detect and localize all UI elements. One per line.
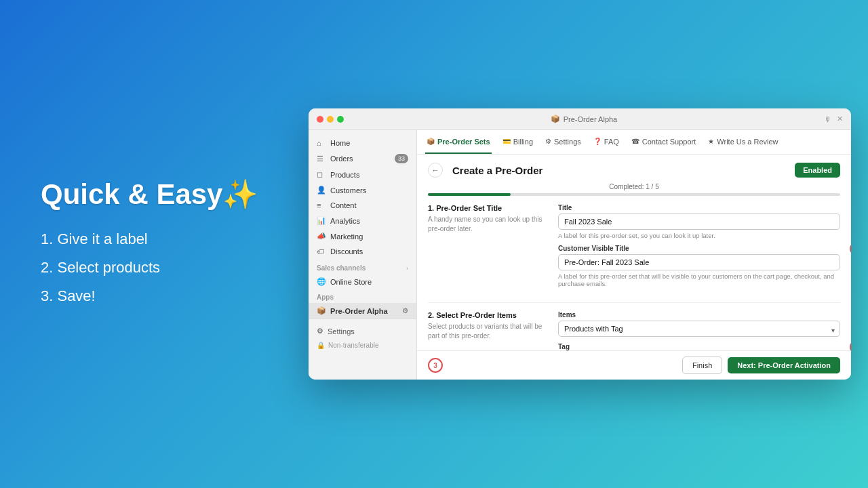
step-2-circle: 2 <box>850 340 851 350</box>
back-button[interactable]: ← <box>428 163 443 178</box>
nav-settings[interactable]: ⚙ Settings <box>544 130 583 154</box>
section-1-desc: A handy name so you can look up this pre… <box>428 215 550 234</box>
customer-title-field-hint: A label for this pre-order set that will… <box>558 272 840 287</box>
customers-icon: 👤 <box>317 186 326 195</box>
nav-write-review[interactable]: ★ Write Us a Review <box>707 130 779 154</box>
items-select[interactable]: Products with Tag <box>558 321 840 337</box>
settings-item[interactable]: ⚙ Settings <box>309 323 416 339</box>
left-panel: Quick & Easy✨ 1. Give it a label 2. Sele… <box>41 178 258 310</box>
sidebar-item-preorder-alpha[interactable]: 📦 Pre-Order Alpha ⚙ <box>309 303 416 319</box>
sidebar-item-marketing[interactable]: 📣 Marketing <box>309 228 416 244</box>
items-select-wrap: Products with Tag <box>558 321 840 339</box>
step-3: 3. Save! <box>41 282 258 310</box>
billing-nav-icon: 💳 <box>502 138 511 145</box>
sales-channels-header: Sales channels › <box>309 259 416 274</box>
sidebar-bottom: ⚙ Settings 🔒 Non-transferable <box>309 319 416 356</box>
non-transferable-label: 🔒 Non-transferable <box>309 339 416 352</box>
products-icon: ◻ <box>317 170 326 179</box>
page-content: ← Create a Pre-Order Enabled Completed: … <box>417 155 851 350</box>
top-nav: 📦 Pre-Order Sets 💳 Billing ⚙ Settings ❓ … <box>417 130 851 155</box>
nav-faq[interactable]: ❓ FAQ <box>592 130 620 154</box>
section-select-items: 2. Select Pre-Order Items Select product… <box>428 311 840 350</box>
lock-icon: 🔒 <box>317 342 325 349</box>
progress-text: Completed: 1 / 5 <box>428 183 840 190</box>
title-bar: 📦 Pre-Order Alpha 🎙 ✕ <box>309 108 851 130</box>
step-2: 2. Select products <box>41 253 258 282</box>
tag-field-label: Tag <box>558 343 840 350</box>
contact-nav-icon: ☎ <box>631 138 639 145</box>
online-store-icon: 🌐 <box>317 277 326 286</box>
finish-button[interactable]: Finish <box>682 357 722 374</box>
nav-billing[interactable]: 💳 Billing <box>501 130 534 154</box>
analytics-icon: 📊 <box>317 216 326 225</box>
sidebar-item-content[interactable]: ≡ Content <box>309 198 416 213</box>
sidebar-item-analytics[interactable]: 📊 Analytics <box>309 213 416 228</box>
app-window: 📦 Pre-Order Alpha 🎙 ✕ ⌂ Home ☰ Orders 33… <box>309 108 851 380</box>
app-settings-gear-icon[interactable]: ⚙ <box>402 307 408 314</box>
section-2-left: 2. Select Pre-Order Items Select product… <box>428 311 550 350</box>
divider-1 <box>428 302 840 303</box>
sidebar-item-products[interactable]: ◻ Products <box>309 167 416 182</box>
preorder-sets-nav-icon: 📦 <box>427 138 435 145</box>
minimize-button[interactable] <box>327 116 334 123</box>
customer-visible-title-input[interactable] <box>558 254 840 270</box>
nav-contact-support[interactable]: ☎ Contact Support <box>630 130 698 154</box>
sidebar-item-orders[interactable]: ☰ Orders 33 <box>309 150 416 167</box>
step-3-circle: 3 <box>428 358 443 373</box>
discounts-icon: 🏷 <box>317 247 326 256</box>
maximize-button[interactable] <box>337 116 344 123</box>
page-title-row: ← Create a Pre-Order <box>428 163 542 178</box>
section-2-desc: Select products or variants that will be… <box>428 322 550 341</box>
title-bar-close-icon[interactable]: ✕ <box>837 115 843 123</box>
sidebar: ⌂ Home ☰ Orders 33 ◻ Products 👤 Customer… <box>309 130 417 380</box>
orders-badge: 33 <box>395 154 408 163</box>
settings-gear-icon: ⚙ <box>317 327 323 336</box>
main-title: Quick & Easy✨ <box>41 178 258 211</box>
sidebar-item-home[interactable]: ⌂ Home <box>309 136 416 150</box>
sidebar-item-online-store[interactable]: 🌐 Online Store <box>309 274 416 289</box>
section-1-title: 1. Pre-Order Set Title <box>428 204 550 212</box>
footer-actions: 3 Finish Next: Pre-Order Activation <box>417 350 851 380</box>
title-bar-right: 🎙 ✕ <box>824 115 843 123</box>
review-nav-icon: ★ <box>708 138 714 145</box>
customer-title-field-label: Customer Visible Title <box>558 245 840 252</box>
title-bar-mic-icon: 🎙 <box>824 115 831 123</box>
create-header: ← Create a Pre-Order Enabled <box>428 163 840 178</box>
next-button[interactable]: Next: Pre-Order Activation <box>728 357 840 373</box>
home-icon: ⌂ <box>317 139 326 147</box>
step-1-circle: 1 <box>850 241 851 256</box>
settings-nav-icon: ⚙ <box>545 138 551 145</box>
progress-bar-fill <box>428 193 511 196</box>
content-icon: ≡ <box>317 201 326 209</box>
title-field-label: Title <box>558 204 840 211</box>
steps-list: 1. Give it a label 2. Select products 3.… <box>41 226 258 310</box>
items-field-label: Items <box>558 311 840 319</box>
sales-channels-arrow: › <box>406 265 408 272</box>
section-1-right: Title A label for this pre-order set, so… <box>558 204 840 293</box>
preorder-app-icon: 📦 <box>317 306 326 315</box>
section-preorder-title: 1. Pre-Order Set Title A handy name so y… <box>428 204 840 293</box>
apps-header: Apps <box>309 289 416 303</box>
sidebar-item-customers[interactable]: 👤 Customers <box>309 182 416 198</box>
sidebar-item-discounts[interactable]: 🏷 Discounts <box>309 244 416 259</box>
title-field-hint: A label for this pre-order set, so you c… <box>558 232 840 239</box>
main-layout: ⌂ Home ☰ Orders 33 ◻ Products 👤 Customer… <box>309 130 851 380</box>
window-title: 📦 Pre-Order Alpha <box>551 115 617 123</box>
enabled-button[interactable]: Enabled <box>795 163 840 178</box>
window-controls <box>317 116 344 123</box>
back-arrow-icon: ← <box>432 166 439 174</box>
section-1-left: 1. Pre-Order Set Title A handy name so y… <box>428 204 550 293</box>
close-button[interactable] <box>317 116 323 123</box>
orders-icon: ☰ <box>317 155 326 163</box>
section-2-title: 2. Select Pre-Order Items <box>428 311 550 319</box>
page-title: Create a Pre-Order <box>452 165 542 176</box>
section-2-right: Items Products with Tag Tag products wit… <box>558 311 840 350</box>
step-1: 1. Give it a label <box>41 226 258 254</box>
progress-bar <box>428 193 840 196</box>
faq-nav-icon: ❓ <box>593 138 601 145</box>
main-content: 📦 Pre-Order Sets 💳 Billing ⚙ Settings ❓ … <box>417 130 851 380</box>
marketing-icon: 📣 <box>317 232 326 241</box>
title-input[interactable] <box>558 214 840 230</box>
window-title-icon: 📦 <box>551 115 560 123</box>
nav-preorder-sets[interactable]: 📦 Pre-Order Sets <box>425 130 492 154</box>
